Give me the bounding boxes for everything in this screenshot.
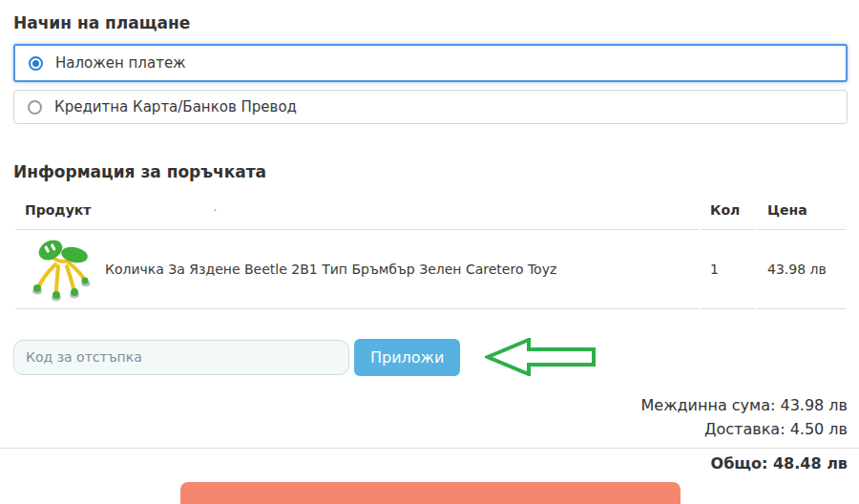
order-table-header-row: Продукт· Кол Цена — [15, 193, 846, 230]
order-section-title: Информация за поръчката — [13, 162, 848, 181]
payment-options: Наложен платеж Кредитна Карта/Банков Пре… — [13, 44, 848, 124]
discount-section: Приложи — [13, 338, 848, 376]
order-table: Продукт· Кол Цена — [13, 193, 848, 309]
subtotal-line: Междинна сума: 43.98 лв — [13, 395, 848, 416]
product-image — [25, 236, 92, 303]
totals-divider — [0, 448, 859, 449]
tiny-dot: · — [213, 204, 217, 218]
order-totals: Междинна сума: 43.98 лв Доставка: 4.50 л… — [13, 395, 848, 474]
grand-total-label: Общо: — [711, 454, 768, 472]
complete-order-button[interactable]: ЗАВЪРШИ ПОРЪЧКАТА — [180, 482, 681, 504]
arrow-left-icon — [485, 338, 597, 376]
grand-total-line: Общо: 48.48 лв — [13, 453, 848, 474]
shipping-value: 4.50 лв — [790, 420, 848, 438]
payment-option-label: Наложен платеж — [55, 54, 186, 72]
apply-discount-button[interactable]: Приложи — [354, 339, 460, 376]
grand-total-value: 48.48 лв — [773, 454, 848, 472]
subtotal-label: Междинна сума: — [640, 396, 775, 414]
column-header-product: Продукт· — [15, 193, 699, 230]
shipping-label: Доставка: — [704, 420, 786, 438]
qty-cell: 1 — [701, 230, 756, 309]
column-header-price: Цена — [758, 193, 846, 230]
product-cell: Количка За Яздене Beetle 2B1 Тип Бръмбър… — [15, 230, 699, 309]
radio-unchecked-icon[interactable] — [28, 100, 42, 115]
product-title: Количка За Яздене Beetle 2B1 Тип Бръмбър… — [105, 262, 556, 277]
payment-option-card-bank-transfer[interactable]: Кредитна Карта/Банков Превод — [13, 90, 848, 124]
order-table-row: Количка За Яздене Beetle 2B1 Тип Бръмбър… — [15, 230, 846, 309]
subtotal-value: 43.98 лв — [780, 396, 848, 414]
payment-section-title: Начин на плащане — [13, 13, 848, 32]
column-header-qty: Кол — [701, 193, 756, 230]
payment-option-label: Кредитна Карта/Банков Превод — [54, 98, 297, 116]
price-cell: 43.98 лв — [758, 230, 846, 309]
column-header-product-label: Продукт — [25, 202, 91, 218]
shipping-line: Доставка: 4.50 лв — [13, 419, 848, 440]
checkout-page: Начин на плащане Наложен платеж Кредитна… — [0, 0, 859, 504]
payment-option-cash-on-delivery[interactable]: Наложен платеж — [13, 44, 848, 82]
radio-checked-icon[interactable] — [29, 56, 43, 71]
discount-code-input[interactable] — [13, 340, 349, 375]
